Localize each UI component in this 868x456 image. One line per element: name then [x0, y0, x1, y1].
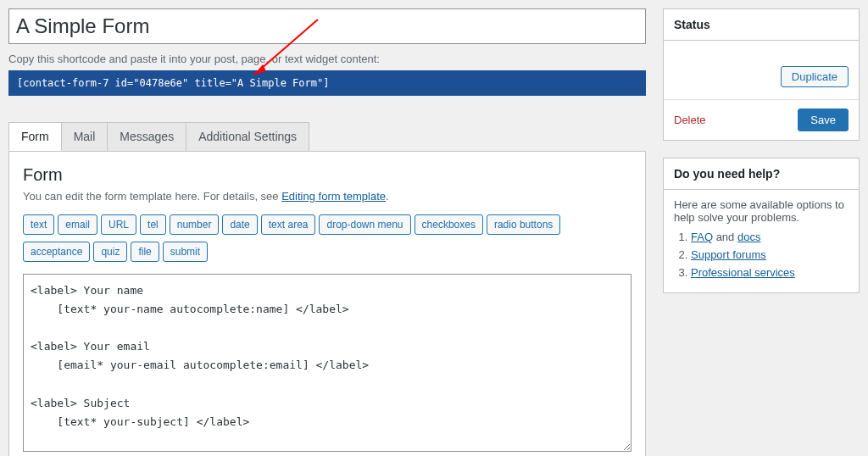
tab-messages[interactable]: Messages [108, 122, 186, 151]
tag-btn-checkboxes[interactable]: checkboxes [415, 214, 483, 235]
tag-btn-submit[interactable]: submit [163, 242, 208, 262]
help-box-title: Do you need help? [664, 158, 859, 190]
editing-template-link[interactable]: Editing form template [281, 190, 386, 203]
tab-form[interactable]: Form [8, 122, 62, 151]
tag-btn-file[interactable]: file [131, 242, 159, 262]
help-link[interactable]: docs [737, 231, 760, 243]
tag-btn-email[interactable]: email [58, 214, 97, 235]
delete-link[interactable]: Delete [674, 114, 706, 126]
tag-btn-date[interactable]: date [222, 214, 257, 235]
help-box: Do you need help? Here are some availabl… [663, 158, 860, 293]
form-title-input[interactable] [8, 8, 646, 44]
tag-btn-quiz[interactable]: quiz [93, 242, 127, 262]
duplicate-button[interactable]: Duplicate [781, 66, 849, 87]
help-link[interactable]: Support forums [691, 248, 766, 261]
shortcode-hint: Copy this shortcode and paste it into yo… [8, 53, 646, 65]
shortcode-display[interactable]: [contact-form-7 id="0478e6e" title="A Si… [8, 70, 646, 96]
save-button[interactable]: Save [798, 108, 849, 131]
tag-btn-url[interactable]: URL [101, 214, 136, 235]
help-link[interactable]: FAQ [691, 231, 713, 243]
tag-btn-number[interactable]: number [170, 214, 220, 235]
tag-btn-drop-down-menu[interactable]: drop-down menu [319, 214, 410, 235]
form-template-textarea[interactable] [23, 274, 632, 452]
tag-btn-text[interactable]: text [23, 214, 54, 235]
panel-subhint: You can edit the form template here. For… [23, 190, 632, 203]
tag-btn-tel[interactable]: tel [140, 214, 166, 235]
tab-mail[interactable]: Mail [62, 122, 108, 151]
tab-additional-settings[interactable]: Additional Settings [186, 122, 309, 151]
panel-heading: Form [23, 165, 632, 185]
status-box-title: Status [664, 9, 859, 41]
help-item: Support forums [691, 248, 849, 261]
help-item: FAQ and docs [691, 231, 849, 243]
help-intro: Here are some available options to help … [674, 198, 849, 224]
help-item: Professional services [691, 266, 849, 279]
tag-btn-text-area[interactable]: text area [261, 214, 316, 235]
status-box: Status Duplicate Delete Save [663, 8, 860, 141]
tag-btn-acceptance[interactable]: acceptance [23, 242, 90, 262]
help-link[interactable]: Professional services [691, 266, 795, 279]
tag-btn-radio-buttons[interactable]: radio buttons [487, 214, 560, 235]
